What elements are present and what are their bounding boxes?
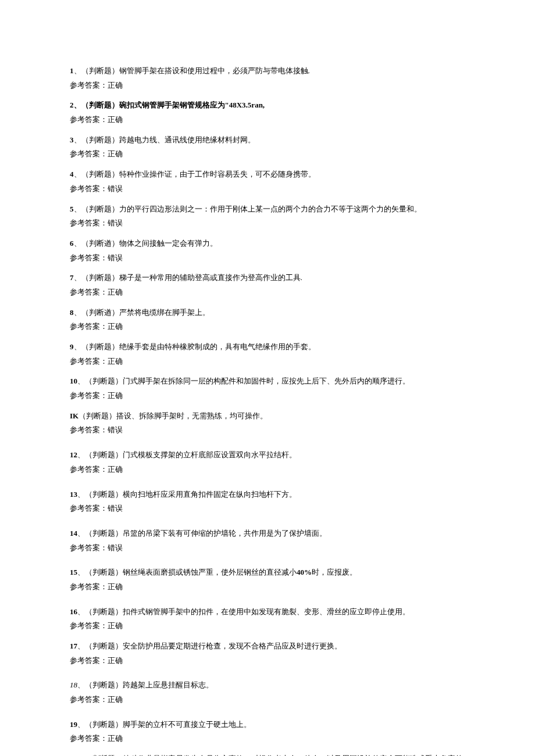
answer-line: 参考答案：正确 (70, 354, 465, 369)
answer-value: 错误 (108, 425, 123, 434)
answer-label: 参考答案： (70, 621, 108, 630)
question-text: 、（判断题）跨越电力线、通讯线使用绝缘材料封网。 (74, 135, 255, 144)
question-text: 、（判断题）跨越架上应悬挂醒目标志。 (77, 680, 213, 689)
question-text: 、（判断题）力的平行四边形法则之一：作用于刚体上某一点的两个力的合力不等于这两个… (74, 205, 422, 213)
question-line: 4、（判断题）特种作业操作证，由于工作时容易丢失，可不必随身携带。 (70, 167, 465, 182)
question-line: 5、（判断题）力的平行四边形法则之一：作用于刚体上某一点的两个力的合力不等于这两… (70, 202, 465, 217)
answer-label: 参考答案： (70, 425, 108, 434)
answer-label: 参考答案： (70, 81, 108, 89)
answer-label: 参考答案： (70, 734, 108, 743)
answer-value: 正确 (108, 149, 123, 158)
question-text: 、（判断题）脚手架的立杆不可直接立于硬土地上。 (77, 720, 251, 729)
question-text: 、（判断题）横向扫地杆应采用直角扣件固定在纵向扫地杆下方。 (77, 490, 297, 499)
question-number: 14 (70, 529, 77, 538)
question-line: 10、（判断题）门式脚手架在拆除同一层的构配件和加固件时，应按先上后下、先外后内… (70, 374, 465, 389)
question-number: 19 (70, 720, 77, 729)
answer-line: 参考答案：正确 (70, 285, 465, 300)
answer-label: 参考答案： (70, 391, 108, 400)
question-number: IK (70, 411, 79, 420)
answer-line: 参考答案：正确 (70, 463, 465, 477)
answer-value: 错误 (108, 253, 123, 262)
question-line: 12、（判断题）门式模板支撑架的立杆底部应设置双向水平拉结杆。 (70, 448, 465, 463)
answer-value: 正确 (108, 734, 123, 743)
answer-value: 正确 (108, 288, 123, 296)
question-text: 、（判断题）扣件式钢管脚手架中的扣件，在使用中如发现有脆裂、变形、滑丝的应立即停… (77, 607, 410, 616)
answer-label: 参考答案： (70, 582, 108, 591)
answer-value: 错误 (108, 218, 123, 227)
answer-label: 参考答案： (70, 357, 108, 366)
answer-value: 正确 (108, 81, 123, 89)
answer-label: 参考答案： (70, 288, 108, 296)
answer-line: 参考答案：正确 (70, 389, 465, 403)
answer-value: 正确 (108, 621, 123, 630)
question-line: 8、（判断遒）严禁将电缆绑在脚手架上。 (70, 306, 465, 320)
question-line: 20、（判断题）特种作业是指容易发生人员伤亡事故，对操作者本人，他人，以及周围设… (70, 752, 465, 756)
question-line: 19、（判断题）脚手架的立杆不可直接立于硬土地上。 (70, 718, 465, 732)
answer-value: 错误 (108, 543, 123, 552)
answer-label: 参考答案： (70, 322, 108, 331)
answer-line: 参考答案：错误 (70, 182, 465, 196)
answer-line: 参考答案：正确 (70, 580, 465, 594)
document-page: 1、（判断题）钢管脚手架在搭设和使用过程中，必须严防与带电体接触.参考答案：正确… (0, 0, 535, 756)
question-text: 、（判断题）门式脚手架在拆除同一层的构配件和加固件时，应按先上后下、先外后内的顺… (77, 377, 410, 385)
question-text: 、（判断题）梯子是一种常用的辅助登高或直接作为登高作业的工具. (74, 273, 302, 282)
answer-line: 参考答案：正确 (70, 654, 465, 668)
answer-label: 参考答案： (70, 695, 108, 704)
answer-line: 参考答案：错误 (70, 423, 465, 438)
question-number: 18 (70, 680, 77, 689)
answer-line: 参考答案：正确 (70, 113, 465, 127)
question-number: 12 (70, 450, 77, 459)
answer-label: 参考答案： (70, 184, 108, 193)
answer-label: 参考答案： (70, 504, 108, 513)
question-number: 16 (70, 607, 77, 616)
answer-label: 参考答案： (70, 218, 108, 227)
answer-value: 正确 (108, 465, 123, 474)
question-text: 、（判断遒）严禁将电缆绑在脚手架上。 (74, 308, 210, 317)
question-line: 14、（判断题）吊篮的吊梁下装有可伸缩的护墙轮，共作用是为了保护墙面。 (70, 526, 465, 541)
question-line: IK（判断题）搭设、拆除脚手架时，无需熟练，均可操作。 (70, 409, 465, 424)
answer-label: 参考答案： (70, 253, 108, 262)
answer-value: 正确 (108, 115, 123, 124)
answer-label: 参考答案： (70, 465, 108, 474)
answer-value: 正确 (108, 322, 123, 331)
question-text: 、（判断题）特种作业操作证，由于工作时容易丢失，可不必随身携带。 (74, 170, 316, 178)
question-number: 13 (70, 490, 77, 499)
answer-line: 参考答案：正确 (70, 732, 465, 746)
answer-value: 正确 (108, 357, 123, 366)
question-text: 、（判断题）门式模板支撑架的立杆底部应设置双向水平拉结杆。 (77, 450, 297, 459)
answer-line: 参考答案：正确 (70, 619, 465, 633)
answer-line: 参考答案：正确 (70, 693, 465, 707)
answer-line: 参考答案：正确 (70, 147, 465, 162)
question-text: 、（判断题）吊篮的吊梁下装有可伸缩的护墙轮，共作用是为了保护墙面。 (77, 529, 327, 538)
question-line: 1、（判断题）钢管脚手架在搭设和使用过程中，必须严防与带电体接触. (70, 64, 465, 78)
question-number: 10 (70, 377, 77, 385)
answer-label: 参考答案： (70, 656, 108, 665)
answer-value: 错误 (108, 504, 123, 513)
answer-value: 正确 (108, 391, 123, 400)
answer-label: 参考答案： (70, 543, 108, 552)
question-text: 、（判断题）碗扣式钢管脚手架钢管规格应为"48X3.5ran, (74, 101, 265, 109)
question-line: 13、（判断题）横向扫地杆应采用直角扣件固定在纵向扫地杆下方。 (70, 488, 465, 502)
answer-label: 参考答案： (70, 115, 108, 124)
question-line: 2、（判断题）碗扣式钢管脚手架钢管规格应为"48X3.5ran, (70, 98, 465, 113)
answer-value: 正确 (108, 656, 123, 665)
answer-line: 参考答案：正确 (70, 78, 465, 93)
answer-value: 正确 (108, 582, 123, 591)
question-number: 17 (70, 642, 77, 650)
answer-label: 参考答案： (70, 149, 108, 158)
answer-value: 正确 (108, 695, 123, 704)
question-line: 17、（判断题）安全防护用品要定期进行枪查，发现不合格产品应及时进行更换。 (70, 639, 465, 654)
question-line: 3、（判断题）跨越电力线、通讯线使用绝缘材料封网。 (70, 133, 465, 148)
answer-line: 参考答案：错误 (70, 541, 465, 556)
question-text: 、（判断题）钢丝绳表面磨损或锈蚀严重，使外层钢丝的直径减小40%时，应报废。 (77, 568, 357, 576)
question-text: （判断题）搭设、拆除脚手架时，无需熟练，均可操作。 (79, 411, 268, 420)
answer-line: 参考答案：错误 (70, 251, 465, 266)
question-text: 、（判断题）安全防护用品要定期进行枪查，发现不合格产品应及时进行更换。 (77, 642, 342, 650)
question-line: 9、（判断题）绝缘手套是由特种橡胶制成的，具有电气绝缘作用的手套。 (70, 340, 465, 354)
answer-value: 错误 (108, 184, 123, 193)
question-text: 、（判断遒）物体之间接触一定会有弹力。 (74, 239, 217, 248)
question-line: 15、（判断题）钢丝绳表面磨损或锈蚀严重，使外层钢丝的直径减小40%时，应报废。 (70, 565, 465, 580)
question-line: 6、（判断遒）物体之间接触一定会有弹力。 (70, 237, 465, 251)
question-line: 7、（判断题）梯子是一种常用的辅助登高或直接作为登高作业的工具. (70, 271, 465, 285)
answer-line: 参考答案：错误 (70, 501, 465, 516)
